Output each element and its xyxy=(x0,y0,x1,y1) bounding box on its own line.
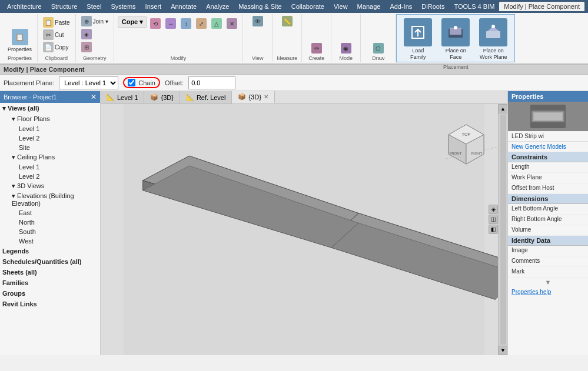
view-3d[interactable]: TOP FRONT RIGHT ▲ ▼ ◈ ◫ ◧ xyxy=(101,104,507,355)
sidebar-item-floor-plans[interactable]: ▾ Floor Plans xyxy=(0,114,100,124)
canvas-tab-reflevel[interactable]: 📐 Ref. Level xyxy=(180,91,232,103)
menu-architecture[interactable]: Architecture xyxy=(2,2,46,11)
props-row-mark: Mark xyxy=(508,267,588,278)
menu-structure[interactable]: Structure xyxy=(46,2,82,11)
draw-btn1[interactable]: ⬡ xyxy=(371,42,386,54)
menu-annotate[interactable]: Annotate xyxy=(166,2,201,11)
view-btn-top[interactable]: ◈ xyxy=(489,205,498,214)
menu-tools4bim[interactable]: TOOLS 4 BIM xyxy=(449,2,499,11)
menu-analyze[interactable]: Analyze xyxy=(201,2,234,11)
nav-cube[interactable]: TOP FRONT RIGHT xyxy=(443,122,490,169)
sidebar-item-west[interactable]: West xyxy=(0,236,100,246)
sidebar-item-sheets[interactable]: Sheets (all) xyxy=(0,267,100,278)
sidebar-item-3d-views[interactable]: ▾ 3D Views xyxy=(0,181,100,191)
props-row-comments: Comments xyxy=(508,256,588,267)
mode-btn1[interactable]: ◉ xyxy=(339,42,353,54)
cut-button[interactable]: ✂ Cut xyxy=(41,29,72,41)
modify-btn3[interactable]: ↕ xyxy=(179,18,193,29)
canvas-tab-level1[interactable]: 📐 Level 1 xyxy=(101,91,144,103)
sidebar-item-east[interactable]: East xyxy=(0,208,100,218)
place-on-workplane-button[interactable]: Place onWork Plane xyxy=(476,16,511,63)
tab-label-3d1: {3D} xyxy=(161,94,173,101)
props-section-identity-data[interactable]: Identity Data xyxy=(508,236,588,246)
svg-point-5 xyxy=(491,25,495,28)
chain-label: Chain xyxy=(138,79,155,86)
geometry-btn3[interactable]: ⊞ xyxy=(79,41,94,53)
modify-icon4: ⤢ xyxy=(196,18,207,29)
create-btn1[interactable]: ✏ xyxy=(310,42,324,54)
view-btn-bot[interactable]: ◧ xyxy=(489,225,498,234)
sidebar-item-views-all[interactable]: ▾ Views (all) xyxy=(0,103,100,114)
placement-bar: Placement Plane: Level : Level 1 Chain O… xyxy=(0,75,588,91)
join-button[interactable]: ⊕ Join ▾ xyxy=(79,15,110,27)
modify-btn6[interactable]: ✕ xyxy=(225,18,239,29)
menu-insert[interactable]: Insert xyxy=(141,2,167,11)
menu-manage[interactable]: Manage xyxy=(353,2,386,11)
view-btn-mid[interactable]: ◫ xyxy=(489,215,498,224)
menu-addins[interactable]: Add-Ins xyxy=(385,2,417,11)
paste-button[interactable]: 📋 Paste xyxy=(41,16,72,28)
menu-view[interactable]: View xyxy=(329,2,353,11)
chain-checkbox[interactable] xyxy=(128,79,135,86)
sidebar-item-south[interactable]: South xyxy=(0,227,100,236)
sidebar-item-ceiling-plans[interactable]: ▾ Ceiling Plans xyxy=(0,152,100,162)
ribbon-group-mode: ◉ Mode xyxy=(331,14,361,62)
canvas-tab-3d1[interactable]: 📦 {3D} xyxy=(144,91,180,103)
sidebar-item-site[interactable]: Site xyxy=(0,143,100,152)
sidebar-item-families[interactable]: Families xyxy=(0,278,100,288)
props-section-dimensions[interactable]: Dimensions xyxy=(508,194,588,204)
modify-btn1[interactable]: ⟲ xyxy=(148,18,162,29)
menu-systems[interactable]: Systems xyxy=(106,2,140,11)
modify-btn2[interactable]: ↔ xyxy=(164,18,178,29)
menu-modify-place[interactable]: Modify | Place Component xyxy=(499,2,584,11)
view-btn1[interactable]: 👁 xyxy=(251,15,265,27)
props-section-constraints[interactable]: Constraints xyxy=(508,152,588,162)
scroll-up-button[interactable]: ▲ xyxy=(499,104,508,113)
sidebar-item-north[interactable]: North xyxy=(0,218,100,227)
sidebar-title: Browser - Project1 xyxy=(4,93,57,101)
geometry-group-label: Geometry xyxy=(83,55,107,61)
modify-btn5[interactable]: △ xyxy=(210,18,224,29)
props-row-length: Length xyxy=(508,162,588,173)
menu-diroots[interactable]: DiRoots xyxy=(417,2,449,11)
modify-icon1: ⟲ xyxy=(150,18,161,29)
ribbon-group-modify: Cope ▾ ⟲ ↔ ↕ ⤢ △ ✕ Modify xyxy=(114,14,244,62)
place-on-workplane-label: Place onWork Plane xyxy=(480,48,507,61)
placement-plane-select[interactable]: Level : Level 1 xyxy=(59,76,118,89)
load-family-button[interactable]: LoadFamily xyxy=(400,16,436,63)
offset-input[interactable] xyxy=(188,76,235,89)
properties-button[interactable]: 📋 Properties xyxy=(6,28,34,54)
clipboard-group-label: Clipboard xyxy=(45,55,68,61)
place-on-face-icon xyxy=(441,18,470,46)
geometry-btn2[interactable]: ◈ xyxy=(79,28,94,40)
sidebar-item-level2-cp[interactable]: Level 2 xyxy=(0,172,100,181)
tab-close-3d2[interactable]: ✕ xyxy=(264,93,268,100)
place-on-face-button[interactable]: Place onFace xyxy=(438,16,473,63)
ribbon-group-measure: 📏 Measure xyxy=(273,14,302,62)
menu-massing[interactable]: Massing & Site xyxy=(234,2,286,11)
properties-help-link[interactable]: Properties help xyxy=(508,287,588,297)
sidebar-item-legends[interactable]: Legends xyxy=(0,246,100,256)
sidebar-close-button[interactable]: ✕ xyxy=(91,93,97,101)
sidebar-item-revit-links[interactable]: Revit Links xyxy=(0,299,100,309)
sidebar-item-elevations[interactable]: ▾ Elevations (Building Elevation) xyxy=(0,191,100,208)
copy-button[interactable]: 📄 Copy xyxy=(41,41,72,53)
scroll-down-button[interactable]: ▼ xyxy=(499,346,508,355)
chain-container: Chain xyxy=(123,77,160,88)
cope-button[interactable]: Cope ▾ xyxy=(118,16,148,28)
sidebar-header: Browser - Project1 ✕ xyxy=(0,91,100,103)
modify-btn4[interactable]: ⤢ xyxy=(194,18,208,29)
sidebar-item-level2-fp[interactable]: Level 2 xyxy=(0,133,100,143)
ribbon-group-geometry: ⊕ Join ▾ ◈ ⊞ Geometry xyxy=(76,14,114,62)
sidebar-item-level1-fp[interactable]: Level 1 xyxy=(0,124,100,133)
props-scroll-down[interactable]: ▼ xyxy=(508,278,588,287)
sidebar-item-schedules[interactable]: Schedules/Quantities (all) xyxy=(0,256,100,267)
menu-steel[interactable]: Steel xyxy=(82,2,106,11)
canvas-tab-3d2[interactable]: 📦 {3D} ✕ xyxy=(232,91,274,103)
ribbon-group-clipboard: 📋 Paste ✂ Cut 📄 Copy Clipboard xyxy=(38,14,76,62)
measure-btn1[interactable]: 📏 xyxy=(280,15,294,27)
sidebar-item-level1-cp[interactable]: Level 1 xyxy=(0,162,100,172)
menu-collaborate[interactable]: Collaborate xyxy=(287,2,329,11)
new-generic-models-button[interactable]: New Generic Models xyxy=(508,142,588,152)
sidebar-item-groups[interactable]: Groups xyxy=(0,288,100,299)
